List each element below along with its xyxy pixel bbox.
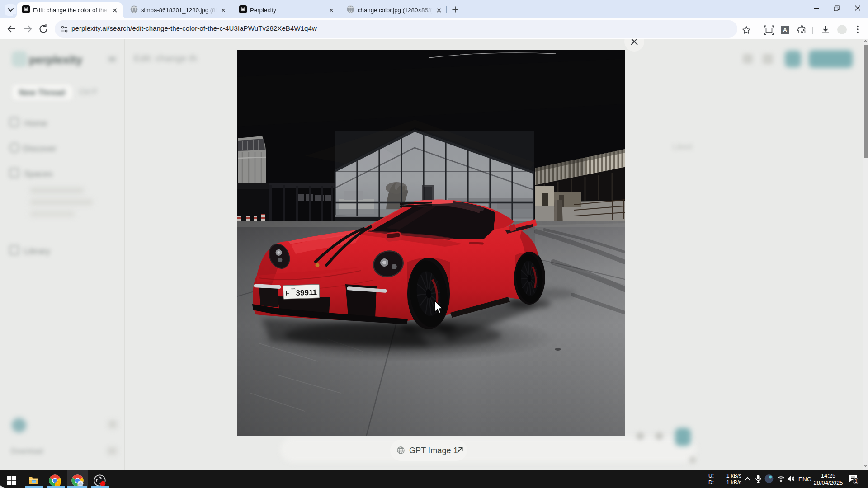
svg-text:F: F bbox=[285, 289, 290, 297]
svg-text:RAK: RAK bbox=[291, 287, 296, 290]
svg-text:39911: 39911 bbox=[296, 288, 317, 297]
